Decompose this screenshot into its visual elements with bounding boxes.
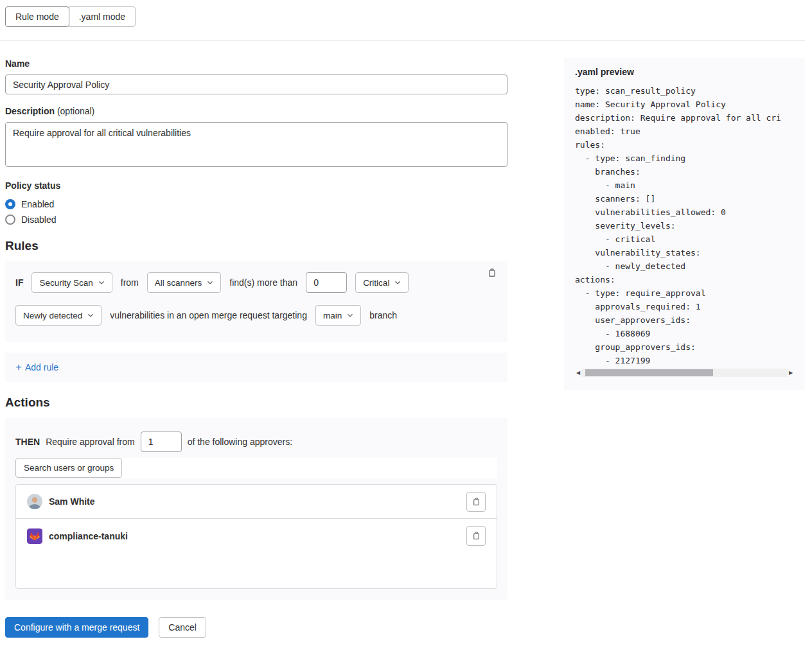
user-avatar	[27, 494, 42, 509]
branch-value: main	[323, 311, 342, 320]
configure-merge-request-button[interactable]: Configure with a merge request	[5, 617, 148, 638]
chevron-down-icon	[98, 279, 105, 286]
group-avatar	[27, 528, 42, 544]
form-footer: Configure with a merge request Cancel	[5, 617, 508, 638]
actions-heading: Actions	[5, 394, 508, 411]
find-label: find(s) more than	[229, 277, 297, 288]
severity-value: Critical	[363, 278, 389, 288]
trash-icon	[487, 268, 497, 278]
scrollbar-thumb[interactable]	[585, 369, 713, 376]
branch-dropdown[interactable]: main	[315, 305, 361, 326]
severity-dropdown[interactable]: Critical	[355, 272, 409, 293]
require-approval-label: Require approval from	[46, 437, 135, 447]
add-rule-button[interactable]: + Add rule	[15, 362, 58, 372]
scanners-dropdown[interactable]: All scanners	[147, 272, 222, 293]
vulnerability-state-dropdown[interactable]: Newly detected	[15, 305, 102, 326]
mode-toggle: Rule mode .yaml mode	[5, 6, 136, 27]
remove-approver-button[interactable]	[466, 492, 486, 512]
then-row: THEN Require approval from of the follow…	[15, 432, 497, 452]
remove-approver-button[interactable]	[466, 526, 486, 546]
vulnerability-state-value: Newly detected	[23, 311, 82, 320]
header-divider	[0, 40, 805, 41]
approver-list: Sam White	[15, 484, 497, 589]
rule-row-2: Newly detected vulnerabilities in an ope…	[15, 305, 497, 326]
description-optional-text: (optional)	[57, 106, 94, 116]
trash-icon	[472, 497, 481, 507]
cancel-button[interactable]: Cancel	[159, 617, 206, 638]
add-rule-label: Add rule	[25, 362, 58, 372]
radio-disabled-control[interactable]	[5, 214, 15, 225]
name-label: Name	[5, 58, 508, 69]
chevron-down-icon	[207, 279, 213, 286]
policy-status-label: Policy status	[5, 180, 508, 191]
rules-heading: Rules	[5, 238, 508, 254]
person-photo-icon	[27, 494, 42, 509]
radio-disabled-label: Disabled	[21, 214, 56, 225]
yaml-horizontal-scrollbar[interactable]: ◀ ▶	[575, 369, 794, 377]
radio-enabled-label: Enabled	[21, 199, 54, 209]
scrollbar-track[interactable]	[581, 369, 788, 377]
delete-rule-button[interactable]	[486, 266, 499, 281]
approvals-required-input[interactable]	[141, 432, 182, 452]
approver-name: compliance-tanuki	[49, 531, 466, 541]
yaml-code: type: scan_result_policy name: Security …	[575, 84, 794, 367]
tab-yaml-mode[interactable]: .yaml mode	[69, 6, 136, 27]
yaml-preview-panel: .yaml preview type: scan_result_policy n…	[564, 58, 805, 390]
policy-editor-page: Rule mode .yaml mode Name Description (o…	[0, 0, 812, 646]
branch-label: branch	[369, 310, 397, 320]
scan-type-value: Security Scan	[39, 278, 93, 288]
name-input[interactable]	[5, 74, 508, 94]
trash-icon	[472, 531, 481, 541]
from-label: from	[121, 277, 139, 288]
then-label: THEN	[15, 437, 40, 447]
tab-rule-mode[interactable]: Rule mode	[5, 6, 69, 27]
rule-card: IF Security Scan from All scanners find(…	[5, 261, 508, 342]
targeting-label: vulnerabilities in an open merge request…	[110, 310, 307, 320]
approver-row-sam-white: Sam White	[16, 485, 497, 519]
rule-row-1: IF Security Scan from All scanners find(…	[15, 272, 497, 293]
chevron-down-icon	[87, 312, 94, 319]
description-label: Description (optional)	[5, 105, 508, 117]
add-rule-card: + Add rule	[5, 353, 508, 382]
scan-type-dropdown[interactable]: Security Scan	[31, 272, 112, 293]
radio-enabled-control[interactable]	[5, 199, 15, 209]
vulnerabilities-allowed-input[interactable]	[306, 272, 347, 293]
description-textarea[interactable]: Require approval for all critical vulner…	[5, 122, 508, 167]
approver-search-row: Search users or groups	[15, 458, 497, 478]
tanuki-logo-icon	[27, 528, 42, 544]
approver-name: Sam White	[49, 496, 466, 507]
description-label-text: Description	[5, 106, 55, 116]
yaml-preview-heading: .yaml preview	[575, 66, 794, 78]
radio-enabled[interactable]: Enabled	[5, 196, 508, 212]
plus-icon: +	[15, 363, 22, 372]
scrollbar-right-arrow-icon[interactable]: ▶	[788, 369, 794, 377]
radio-disabled[interactable]: Disabled	[5, 212, 508, 227]
scanners-value: All scanners	[155, 278, 202, 288]
if-label: IF	[15, 277, 23, 288]
action-card: THEN Require approval from of the follow…	[5, 417, 508, 600]
search-users-groups-input[interactable]: Search users or groups	[15, 458, 122, 478]
chevron-down-icon	[394, 279, 401, 286]
chevron-down-icon	[347, 312, 353, 319]
policy-status-radio-group: Enabled Disabled	[5, 196, 508, 227]
approvers-suffix-label: of the following approvers:	[188, 437, 292, 447]
policy-form: Name Description (optional) Require appr…	[5, 58, 508, 638]
approver-row-compliance-tanuki: compliance-tanuki	[16, 519, 497, 553]
scrollbar-left-arrow-icon[interactable]: ◀	[575, 369, 581, 377]
